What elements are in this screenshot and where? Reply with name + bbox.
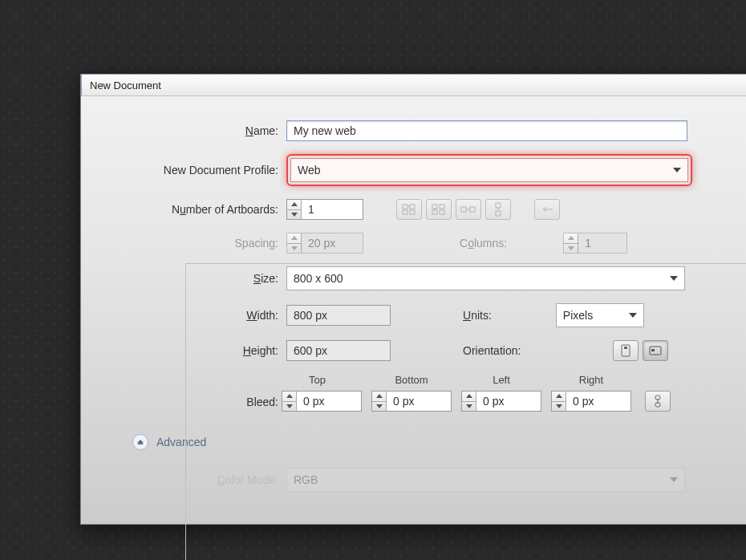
- width-value: 800 px: [287, 306, 390, 325]
- units-label: Units:: [463, 309, 500, 322]
- artboards-value: 1: [302, 200, 363, 219]
- spin-down[interactable]: [287, 209, 301, 220]
- svg-rect-3: [410, 210, 415, 214]
- color-mode-value: RGB: [294, 473, 318, 486]
- bleed-right-spinner[interactable]: 0 px: [551, 391, 631, 412]
- spinner-buttons[interactable]: [287, 200, 302, 219]
- spinner-buttons[interactable]: [372, 392, 387, 411]
- spinner-buttons[interactable]: [282, 392, 297, 411]
- caret-down-icon: [670, 276, 678, 281]
- color-mode-label: Color Mode:: [100, 473, 286, 486]
- columns-value: 1: [578, 233, 626, 253]
- bleed-bottom-spinner[interactable]: 0 px: [371, 391, 452, 412]
- svg-rect-15: [651, 349, 655, 351]
- bleed-label: Bleed:: [100, 396, 286, 412]
- height-value: 600 px: [287, 341, 390, 360]
- svg-rect-13: [624, 347, 627, 349]
- dialog-content: Name: New Document Profile: Web Number o…: [81, 96, 746, 524]
- units-dropdown[interactable]: Pixels: [556, 303, 644, 327]
- svg-rect-11: [496, 211, 501, 216]
- svg-rect-5: [440, 205, 444, 209]
- bleed-left-header: Left: [493, 374, 510, 386]
- name-label: Name:: [100, 124, 286, 137]
- svg-rect-6: [432, 210, 437, 214]
- profile-label: New Document Profile:: [100, 164, 286, 177]
- spinner-buttons[interactable]: [462, 392, 476, 411]
- columns-label: Columns:: [460, 237, 523, 250]
- advanced-toggle[interactable]: Advanced: [132, 434, 746, 450]
- artboards-spinner[interactable]: 1: [286, 199, 363, 220]
- svg-rect-7: [440, 210, 444, 214]
- spacing-value: 20 px: [302, 233, 363, 253]
- arrange-column-icon[interactable]: [485, 199, 511, 220]
- grid-by-row-icon[interactable]: [396, 199, 422, 220]
- caret-down-icon: [629, 313, 637, 318]
- bleed-bottom-header: Bottom: [395, 374, 428, 386]
- svg-rect-1: [410, 205, 415, 209]
- bleed-right-header: Right: [579, 374, 603, 386]
- svg-rect-9: [470, 207, 475, 212]
- bleed-right-value: 0 px: [566, 392, 630, 411]
- spin-up[interactable]: [287, 200, 301, 209]
- profile-dropdown[interactable]: Web: [290, 158, 688, 182]
- rtl-arrange-icon[interactable]: [534, 199, 560, 220]
- chevron-up-icon: [132, 434, 148, 450]
- caret-down-icon: [673, 168, 681, 172]
- arrange-row-icon[interactable]: [456, 199, 481, 220]
- bleed-top-spinner[interactable]: 0 px: [282, 391, 362, 412]
- name-input[interactable]: [286, 120, 687, 141]
- grid-by-column-icon[interactable]: [426, 199, 452, 220]
- orientation-portrait-button[interactable]: [613, 340, 639, 361]
- window-title: New Document: [90, 79, 161, 91]
- advanced-label: Advanced: [156, 436, 206, 448]
- spacing-label: Spacing:: [100, 237, 286, 250]
- orientation-label: Orientation:: [463, 344, 529, 357]
- bleed-top-value: 0 px: [297, 392, 361, 411]
- svg-rect-10: [496, 203, 501, 208]
- titlebar[interactable]: New Document: [81, 74, 746, 96]
- units-value: Pixels: [563, 309, 593, 322]
- orientation-landscape-button[interactable]: [643, 340, 668, 361]
- profile-highlight: Web: [286, 154, 692, 186]
- height-field[interactable]: 600 px: [286, 340, 391, 361]
- profile-value: Web: [298, 164, 321, 177]
- size-label: Size:: [100, 272, 286, 285]
- svg-rect-8: [461, 207, 466, 212]
- color-mode-dropdown[interactable]: RGB: [286, 468, 685, 492]
- width-field[interactable]: 800 px: [286, 305, 391, 326]
- caret-down-icon: [670, 477, 678, 482]
- columns-spinner: 1: [563, 233, 627, 254]
- link-bleed-button[interactable]: [645, 391, 671, 412]
- spinner-buttons[interactable]: [552, 392, 566, 411]
- height-label: Height:: [100, 344, 286, 357]
- spinner-buttons: [287, 233, 302, 253]
- spacing-spinner: 20 px: [286, 233, 363, 254]
- svg-rect-4: [432, 205, 437, 209]
- bleed-left-spinner[interactable]: 0 px: [461, 391, 541, 412]
- svg-rect-2: [403, 210, 407, 214]
- artboards-label: Number of Artboards:: [100, 203, 286, 216]
- spinner-buttons: [564, 233, 578, 253]
- size-dropdown[interactable]: 800 x 600: [286, 266, 685, 290]
- bleed-bottom-value: 0 px: [387, 392, 451, 411]
- bleed-left-value: 0 px: [476, 392, 541, 411]
- svg-rect-0: [403, 205, 407, 209]
- width-label: Width:: [100, 309, 286, 322]
- size-value: 800 x 600: [294, 272, 343, 285]
- new-document-dialog: New Document Name: New Document Profile:…: [80, 74, 746, 525]
- bleed-top-header: Top: [309, 374, 326, 386]
